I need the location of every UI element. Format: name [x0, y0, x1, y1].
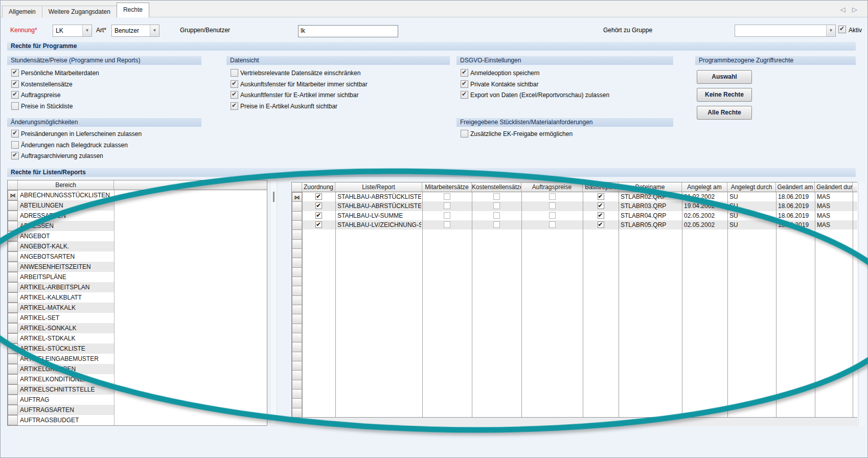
liste-report-cell[interactable]: STAHLBAU-ABRSTÜCKLISTE-ZCH	[337, 201, 421, 211]
row-selector[interactable]	[292, 220, 302, 230]
auftragspreise-checkbox[interactable]	[549, 212, 556, 219]
liste-report-cell[interactable]: STAHLBAU-LV-SUMME	[337, 211, 421, 220]
row-selector[interactable]	[292, 314, 302, 324]
angelegt-am-cell[interactable]: 02.05.2002	[684, 220, 726, 230]
row-selector[interactable]	[292, 333, 302, 342]
scrollbar-thumb[interactable]	[273, 192, 275, 202]
bereich-row[interactable]: ARBEITSPLÄNE	[18, 272, 114, 282]
alle-rechte-button[interactable]: Alle Rechte	[697, 106, 752, 120]
bereich-row[interactable]: AUFTRAGSARTEN	[18, 405, 114, 415]
row-selector[interactable]	[8, 251, 18, 262]
permission-checkbox[interactable]	[11, 141, 19, 149]
bereich-row[interactable]: ANWESENHEITSZEITEN	[18, 262, 114, 272]
permission-checkbox[interactable]	[461, 91, 468, 99]
row-selector[interactable]: ⋈	[8, 190, 18, 200]
row-selector[interactable]	[292, 258, 302, 267]
bereich-row[interactable]: ABRECHNUNGSSTÜCKLISTEN	[18, 190, 114, 200]
row-selector[interactable]	[292, 248, 302, 258]
auftragspreise-checkbox[interactable]	[549, 221, 556, 228]
row-selector[interactable]	[8, 303, 18, 313]
row-selector[interactable]	[8, 374, 18, 384]
row-selector[interactable]	[8, 405, 18, 415]
liste-report-cell[interactable]: STAHLBAU-ABRSTÜCKLISTE	[337, 192, 421, 201]
tab-rechte[interactable]: Rechte	[117, 3, 149, 17]
tab-scroll-right-icon[interactable]: ▷	[852, 6, 857, 13]
dateiname-cell[interactable]: STLABR02.QRP	[621, 192, 681, 201]
geaendert-am-cell[interactable]: 18.06.2019	[778, 192, 814, 201]
dateiname-cell[interactable]: STLABR03.QRP	[621, 201, 681, 211]
kennung-combobox[interactable]: LK ▼	[53, 25, 92, 37]
row-selector[interactable]	[292, 361, 302, 371]
basisreport-checkbox[interactable]	[598, 212, 604, 219]
geaendert-am-cell[interactable]: 18.06.2019	[778, 201, 814, 211]
geaendert-am-cell[interactable]: 18.06.2019	[778, 220, 814, 230]
row-selector[interactable]	[8, 272, 18, 282]
row-selector[interactable]	[292, 230, 302, 239]
bereich-row[interactable]: ARTIKEL-SET	[18, 313, 114, 323]
auftragspreise-checkbox[interactable]	[549, 193, 556, 200]
scrollbar-thumb[interactable]	[301, 421, 312, 423]
auswahl-button[interactable]: Auswahl	[697, 70, 752, 84]
row-selector[interactable]	[8, 333, 18, 344]
art-combobox[interactable]: Benutzer ▼	[111, 25, 159, 37]
row-selector[interactable]	[8, 241, 18, 251]
row-selector[interactable]	[292, 324, 302, 333]
row-selector[interactable]	[292, 239, 302, 249]
permission-checkbox[interactable]	[11, 80, 19, 88]
row-selector[interactable]	[292, 295, 302, 305]
row-selector[interactable]	[8, 231, 18, 241]
bereich-row[interactable]: ANGEBOT-KALK.	[18, 241, 114, 251]
bereich-row[interactable]: ADRESSEN	[18, 221, 114, 231]
angelegt-am-cell[interactable]: 02.05.2002	[684, 211, 726, 220]
kostenstellensaetze-checkbox[interactable]	[493, 193, 500, 200]
permission-checkbox[interactable]	[461, 130, 468, 138]
bereich-row[interactable]: ARTIKELGRUPPEN	[18, 364, 114, 374]
row-selector[interactable]	[8, 344, 18, 354]
auftragspreise-checkbox[interactable]	[549, 202, 556, 209]
permission-checkbox[interactable]	[231, 80, 238, 88]
bereich-row[interactable]: ARTIKEL-ARBEITSPLAN	[18, 282, 114, 292]
bereich-row[interactable]: ARTIKELKONDITIONEN	[18, 374, 114, 384]
angelegt-am-cell[interactable]: 21.02.2002	[684, 192, 726, 201]
bereich-row[interactable]: ADRESSARTEN	[18, 211, 114, 221]
row-selector[interactable]	[8, 221, 18, 231]
liste-report-cell[interactable]: STAHLBAU-LV/ZEICHNUNG-SUM	[337, 220, 421, 230]
basisreport-checkbox[interactable]	[598, 221, 604, 228]
angelegt-durch-cell[interactable]: SU	[729, 201, 775, 211]
mitarbeitersaetze-checkbox[interactable]	[444, 221, 450, 228]
row-selector[interactable]	[8, 200, 18, 211]
keine-rechte-button[interactable]: Keine Rechte	[697, 88, 752, 102]
aktiv-checkbox[interactable]	[838, 26, 846, 33]
row-selector[interactable]	[8, 313, 18, 323]
angelegt-am-cell[interactable]: 19.04.2002	[684, 201, 726, 211]
row-selector[interactable]	[8, 211, 18, 221]
row-selector[interactable]	[292, 408, 302, 418]
kostenstellensaetze-checkbox[interactable]	[493, 202, 500, 209]
row-selector[interactable]	[292, 389, 302, 399]
permission-checkbox[interactable]	[231, 69, 238, 77]
row-selector[interactable]	[292, 277, 302, 286]
angelegt-durch-cell[interactable]: SU	[729, 220, 775, 230]
row-selector[interactable]: ⋈	[292, 192, 302, 202]
kostenstellensaetze-checkbox[interactable]	[493, 212, 500, 219]
permission-checkbox[interactable]	[11, 69, 19, 77]
row-selector[interactable]	[292, 398, 302, 408]
bereich-table-vertical-scrollbar[interactable]	[270, 180, 277, 426]
bereich-row[interactable]: ARTIKELSCHNITTSTELLE	[18, 384, 114, 395]
zuordnung-checkbox[interactable]	[315, 212, 322, 219]
row-selector[interactable]	[292, 352, 302, 361]
basisreport-checkbox[interactable]	[598, 202, 604, 209]
permission-checkbox[interactable]	[11, 102, 19, 110]
permission-checkbox[interactable]	[11, 130, 19, 138]
geaendert-durch-cell[interactable]: MAS	[817, 220, 852, 230]
geaendert-durch-cell[interactable]: MAS	[817, 211, 852, 220]
row-selector[interactable]	[8, 395, 18, 405]
basisreport-checkbox[interactable]	[598, 193, 604, 200]
row-selector[interactable]	[292, 305, 302, 314]
geaendert-durch-cell[interactable]: MAS	[817, 192, 852, 201]
mitarbeitersaetze-checkbox[interactable]	[444, 202, 450, 209]
angelegt-durch-cell[interactable]: SU	[729, 192, 775, 201]
row-selector[interactable]	[8, 364, 18, 374]
bereich-row[interactable]: ARTIKEL-KALKBLATT	[18, 292, 114, 303]
tab-weitere-zugangsdaten[interactable]: Weitere Zugangsdaten	[42, 6, 117, 17]
